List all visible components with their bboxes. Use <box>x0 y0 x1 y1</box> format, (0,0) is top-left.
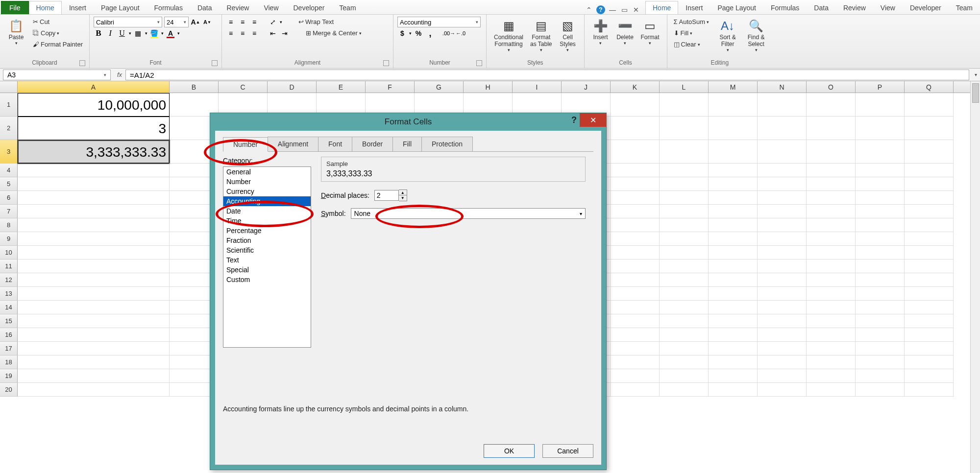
dialog-close-button[interactable]: ✕ <box>580 113 606 127</box>
category-text[interactable]: Text <box>223 255 311 265</box>
cell-Q12[interactable] <box>905 273 954 287</box>
cell-A7[interactable] <box>18 205 170 218</box>
category-number[interactable]: Number <box>223 177 311 187</box>
find-select-button[interactable]: 🔍Find & Select▾ <box>744 17 768 54</box>
cell-N17[interactable] <box>758 342 807 355</box>
orientation-dropdown[interactable]: ▾ <box>280 20 282 24</box>
paste-button[interactable]: 📋 Paste ▾ <box>4 17 28 49</box>
row-header-12[interactable]: 12 <box>0 273 18 287</box>
cell-N3[interactable] <box>758 140 807 164</box>
border-dropdown[interactable]: ▾ <box>145 31 147 36</box>
row-header-5[interactable]: 5 <box>0 177 18 191</box>
cell-O16[interactable] <box>807 328 856 342</box>
row-header-4[interactable]: 4 <box>0 164 18 177</box>
cell-P19[interactable] <box>856 369 905 383</box>
cell-Q6[interactable] <box>905 191 954 205</box>
cell-Q13[interactable] <box>905 287 954 301</box>
cell-A10[interactable] <box>18 246 170 260</box>
align-center-icon[interactable]: ≡ <box>238 28 247 38</box>
tab-insert[interactable]: Insert <box>62 1 94 14</box>
column-header-O[interactable]: O <box>807 81 856 93</box>
cell-O3[interactable] <box>807 140 856 164</box>
category-time[interactable]: Time <box>223 216 311 226</box>
cell-P2[interactable] <box>856 117 905 140</box>
cell-Q2[interactable] <box>905 117 954 140</box>
cell-L12[interactable] <box>660 273 709 287</box>
cell-K19[interactable] <box>611 369 660 383</box>
column-header-F[interactable]: F <box>366 81 415 93</box>
category-custom[interactable]: Custom <box>223 275 311 284</box>
cell-O5[interactable] <box>807 177 856 191</box>
formula-bar-expand[interactable]: ▾ <box>971 72 980 77</box>
tab-review[interactable]: Review <box>220 1 257 14</box>
cell-K7[interactable] <box>611 205 660 218</box>
cell-O8[interactable] <box>807 218 856 232</box>
cell-A16[interactable] <box>18 328 170 342</box>
grow-font-icon[interactable]: A▲ <box>191 17 200 27</box>
cancel-button[interactable]: Cancel <box>542 444 593 458</box>
cell-A11[interactable] <box>18 260 170 273</box>
dialog-tab-protection[interactable]: Protection <box>421 137 473 151</box>
column-header-C[interactable]: C <box>219 81 268 93</box>
cell-A3[interactable]: 3,333,333.33 <box>18 140 170 164</box>
font-size-combo[interactable]: 24▾ <box>164 17 189 27</box>
font-color-button[interactable]: A <box>166 28 175 38</box>
format-as-table-button[interactable]: ▤Format as Table▾ <box>527 17 555 54</box>
cell-styles-button[interactable]: ▧Cell Styles▾ <box>556 17 580 54</box>
cell-N15[interactable] <box>758 314 807 328</box>
cell-O1[interactable] <box>807 93 856 117</box>
tab-formulas[interactable]: Formulas <box>763 1 807 14</box>
fill-color-dropdown[interactable]: ▾ <box>161 31 164 36</box>
shrink-font-icon[interactable]: A▼ <box>202 17 212 27</box>
cell-L4[interactable] <box>660 164 709 177</box>
copy-button[interactable]: ⿻Copy▾ <box>30 28 85 38</box>
cell-M19[interactable] <box>709 369 758 383</box>
cell-Q16[interactable] <box>905 328 954 342</box>
bold-button[interactable]: B <box>94 28 103 38</box>
cell-N13[interactable] <box>758 287 807 301</box>
category-special[interactable]: Special <box>223 265 311 275</box>
decimal-places-spinner[interactable]: ▲ ▼ <box>374 189 407 201</box>
dialog-tab-fill[interactable]: Fill <box>392 137 422 151</box>
cell-K8[interactable] <box>611 218 660 232</box>
cell-A19[interactable] <box>18 369 170 383</box>
border-button[interactable]: ▦ <box>133 28 143 38</box>
cell-L17[interactable] <box>660 342 709 355</box>
cell-A13[interactable] <box>18 287 170 301</box>
number-dialog-launcher[interactable] <box>476 60 482 66</box>
select-all-corner[interactable] <box>0 81 18 93</box>
cell-K15[interactable] <box>611 314 660 328</box>
row-header-6[interactable]: 6 <box>0 191 18 205</box>
cell-Q20[interactable] <box>905 383 954 397</box>
cell-N9[interactable] <box>758 232 807 246</box>
cell-O17[interactable] <box>807 342 856 355</box>
delete-cells-button[interactable]: ➖Delete▾ <box>613 17 637 47</box>
row-header-17[interactable]: 17 <box>0 342 18 355</box>
cell-P6[interactable] <box>856 191 905 205</box>
cell-K2[interactable] <box>611 117 660 140</box>
row-header-10[interactable]: 10 <box>0 246 18 260</box>
tab-page-layout[interactable]: Page Layout <box>710 1 763 14</box>
restore-icon[interactable]: ▭ <box>620 5 629 14</box>
cell-Q15[interactable] <box>905 314 954 328</box>
cell-N1[interactable] <box>758 93 807 117</box>
align-middle-icon[interactable]: ≡ <box>238 17 247 27</box>
wrap-text-button[interactable]: ↩Wrap Text <box>296 17 336 27</box>
cell-L3[interactable] <box>660 140 709 164</box>
cell-M6[interactable] <box>709 191 758 205</box>
cell-A14[interactable] <box>18 301 170 314</box>
currency-icon[interactable]: $ <box>397 28 407 38</box>
cell-O7[interactable] <box>807 205 856 218</box>
cell-M7[interactable] <box>709 205 758 218</box>
cell-M1[interactable] <box>709 93 758 117</box>
cell-K10[interactable] <box>611 246 660 260</box>
cell-P5[interactable] <box>856 177 905 191</box>
cell-N6[interactable] <box>758 191 807 205</box>
cell-A4[interactable] <box>18 164 170 177</box>
cell-Q19[interactable] <box>905 369 954 383</box>
decimal-down-button[interactable]: ▼ <box>399 195 407 201</box>
category-list[interactable]: GeneralNumberCurrencyAccountingDateTimeP… <box>223 166 311 348</box>
fill-button[interactable]: ⬇Fill▾ <box>671 28 712 38</box>
format-cells-button[interactable]: ▭Format▾ <box>637 17 663 47</box>
cell-O6[interactable] <box>807 191 856 205</box>
